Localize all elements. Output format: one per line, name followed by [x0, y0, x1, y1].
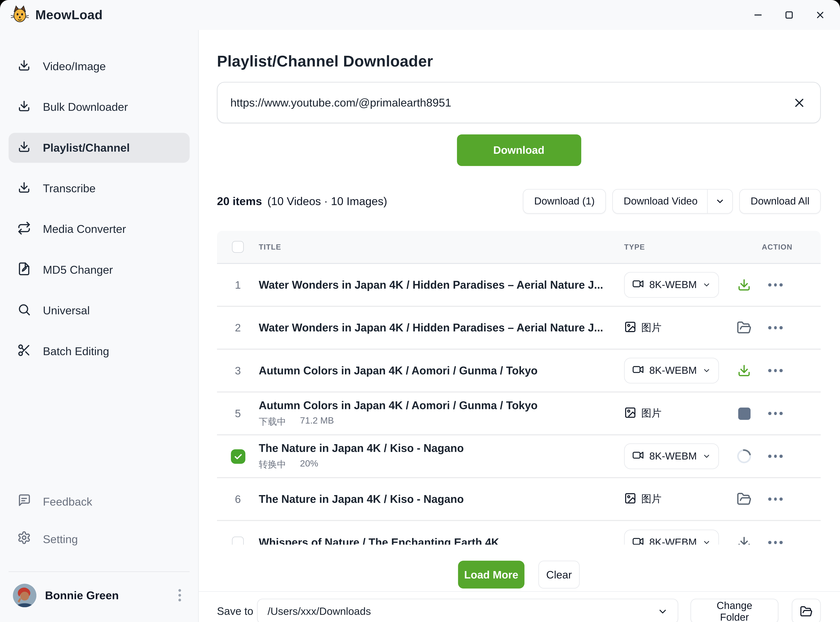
save-to-row: Save to /Users/xxx/Downloads Change Fold…: [217, 599, 821, 622]
stop-download-icon[interactable]: [736, 406, 752, 422]
save-path-select[interactable]: /Users/xxx/Downloads: [257, 599, 678, 622]
more-options-icon[interactable]: [768, 455, 782, 458]
download-item-icon[interactable]: [736, 363, 752, 379]
titlebar: MeowLoad: [0, 0, 840, 30]
image-icon: [624, 492, 637, 506]
video-camera-icon: [632, 278, 644, 292]
save-path-value: /Users/xxx/Downloads: [267, 605, 657, 617]
sidebar-item-label: Video/Image: [43, 60, 106, 73]
image-type: 图片: [624, 320, 662, 335]
download-video-split-button[interactable]: Download Video: [612, 189, 733, 214]
format-label: 8K-WEBM: [649, 364, 697, 377]
more-options-icon[interactable]: [768, 412, 782, 415]
file-pen-icon: [17, 262, 31, 278]
sidebar-item-md5-changer[interactable]: MD5 Changer: [9, 255, 189, 285]
image-icon: [624, 406, 637, 421]
row-title: Autumn Colors in Japan 4K / Aomori / Gun…: [259, 364, 618, 377]
row-number: 3: [235, 364, 241, 377]
download-video-label[interactable]: Download Video: [613, 195, 707, 207]
app-brand: MeowLoad: [11, 5, 103, 25]
sidebar: Video/ImageBulk DownloaderPlaylist/Chann…: [0, 30, 199, 622]
video-camera-icon: [632, 535, 644, 545]
open-folder-button[interactable]: [791, 599, 820, 622]
select-all-checkbox[interactable]: [232, 241, 244, 253]
maximize-icon[interactable]: [783, 9, 795, 21]
sidebar-item-transcribe[interactable]: Transcribe: [9, 174, 189, 204]
format-select-badge[interactable]: 8K-WEBM: [624, 530, 719, 545]
column-title: TITLE: [259, 242, 618, 251]
more-options-icon[interactable]: [768, 498, 782, 500]
load-more-button[interactable]: Load More: [458, 561, 525, 588]
sidebar-item-batch-editing[interactable]: Batch Editing: [9, 336, 189, 366]
table-row: 3Autumn Colors in Japan 4K / Aomori / Gu…: [217, 350, 821, 392]
row-status: 转换中: [259, 458, 286, 471]
sidebar-item-media-converter[interactable]: Media Converter: [9, 214, 189, 244]
row-number: 6: [235, 493, 241, 505]
sidebar-item-playlist-channel[interactable]: Playlist/Channel: [9, 133, 189, 163]
clear-url-icon[interactable]: [791, 95, 807, 111]
table-row: 1Water Wonders in Japan 4K / Hidden Para…: [217, 264, 821, 307]
download-selected-button[interactable]: Download (1): [523, 189, 606, 214]
download-item-icon[interactable]: [736, 277, 752, 293]
items-summary: 20 items (10 Videos · 10 Images): [217, 195, 387, 208]
image-type: 图片: [624, 492, 662, 506]
sidebar-item-bulk-downloader[interactable]: Bulk Downloader: [9, 92, 189, 122]
more-options-icon[interactable]: [768, 284, 782, 286]
download-item-icon[interactable]: [736, 535, 752, 545]
sidebar-item-label: Universal: [43, 304, 90, 317]
app-title: MeowLoad: [35, 8, 103, 23]
sidebar-item-setting[interactable]: Setting: [9, 524, 189, 554]
download-all-button[interactable]: Download All: [739, 189, 820, 214]
items-breakdown: (10 Videos · 10 Images): [267, 195, 387, 208]
download-icon: [17, 180, 31, 197]
avatar: [13, 584, 37, 607]
open-folder-icon[interactable]: [736, 320, 752, 336]
user-menu-kebab-icon[interactable]: [174, 587, 185, 604]
more-options-icon[interactable]: [768, 326, 782, 329]
format-select-badge[interactable]: 8K-WEBM: [624, 272, 719, 298]
table-row: Whispers of Nature / The Enchanting Eart…: [217, 521, 821, 545]
row-title: The Nature in Japan 4K / Kiso - Nagano: [259, 493, 618, 506]
chevron-down-icon: [702, 538, 711, 545]
format-select-badge[interactable]: 8K-WEBM: [624, 358, 719, 383]
chevron-down-icon: [702, 452, 711, 460]
sidebar-item-label: Bulk Downloader: [43, 101, 128, 113]
url-input[interactable]: [231, 96, 791, 109]
clear-button[interactable]: Clear: [538, 561, 580, 588]
table-row: 5Autumn Colors in Japan 4K / Aomori / Gu…: [217, 392, 821, 435]
sidebar-item-universal[interactable]: Universal: [9, 296, 189, 326]
column-type: TYPE: [618, 242, 728, 251]
sidebar-item-label: Setting: [43, 533, 78, 546]
video-camera-icon: [632, 364, 644, 378]
sidebar-item-video-image[interactable]: Video/Image: [9, 51, 189, 81]
window-controls: [752, 9, 826, 21]
row-checkbox[interactable]: [232, 537, 244, 545]
user-profile[interactable]: Bonnie Green: [9, 584, 189, 613]
type-label: 图片: [641, 321, 662, 335]
row-checkbox[interactable]: [231, 449, 245, 463]
row-status-value: 20%: [300, 458, 318, 471]
row-title: Water Wonders in Japan 4K / Hidden Parad…: [259, 321, 618, 334]
row-status: 下载中: [259, 416, 286, 428]
chevron-down-icon: [702, 366, 711, 375]
sidebar-item-label: Batch Editing: [43, 345, 109, 358]
search-icon: [17, 302, 31, 319]
sidebar-item-feedback[interactable]: Feedback: [9, 486, 189, 517]
format-select-badge[interactable]: 8K-WEBM: [624, 444, 719, 469]
chevron-down-icon[interactable]: [708, 197, 733, 206]
open-folder-icon[interactable]: [736, 491, 752, 507]
more-options-icon[interactable]: [768, 369, 782, 372]
sidebar-item-label: Transcribe: [43, 182, 95, 195]
more-options-icon[interactable]: [768, 541, 782, 544]
footer-divider: [199, 591, 840, 592]
change-folder-button[interactable]: Change Folder: [691, 599, 778, 622]
minimize-icon[interactable]: [752, 9, 764, 21]
chevron-down-icon: [657, 606, 668, 617]
loading-spinner-icon: [736, 448, 752, 464]
download-button[interactable]: Download: [457, 134, 581, 166]
table-row: The Nature in Japan 4K / Kiso - Nagano转换…: [217, 435, 821, 478]
close-icon[interactable]: [814, 9, 826, 21]
table-row: 2Water Wonders in Japan 4K / Hidden Para…: [217, 307, 821, 350]
chevron-down-icon: [702, 281, 711, 289]
app-window: MeowLoad Video/ImageBulk DownloaderPlayl…: [0, 0, 840, 622]
